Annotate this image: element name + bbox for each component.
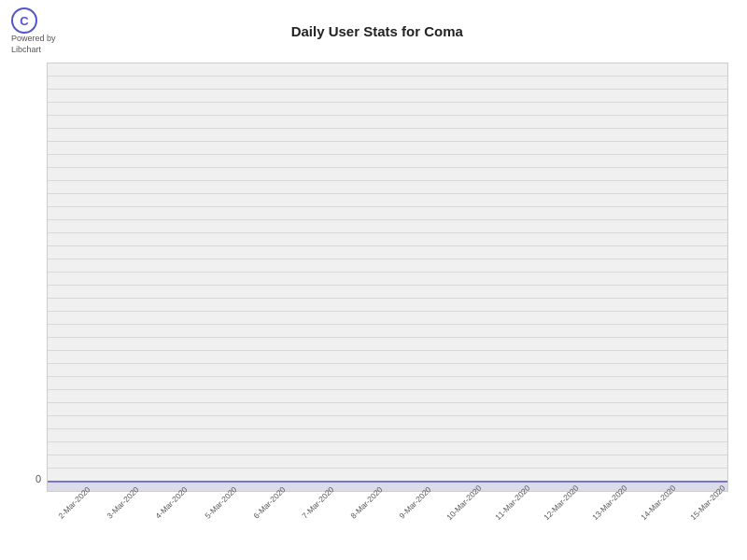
x-tick-2: 3-Mar-2020: [95, 497, 144, 509]
x-tick-13: 14-Mar-2020: [631, 497, 680, 509]
svg-rect-6: [48, 63, 727, 491]
x-tick-3: 4-Mar-2020: [144, 497, 192, 509]
x-tick-5: 6-Mar-2020: [242, 497, 290, 509]
svg-text:C: C: [20, 14, 29, 28]
x-axis-labels: 2-Mar-2020 3-Mar-2020 4-Mar-2020 5-Mar-2…: [47, 492, 728, 548]
y-label-zero: 0: [35, 473, 41, 484]
grid-svg: [48, 63, 727, 491]
chart-plot-area: [47, 63, 728, 492]
x-tick-8: 9-Mar-2020: [388, 497, 436, 509]
x-tick-14: 15-Mar-2020: [680, 497, 728, 509]
libchart-logo-icon: C: [11, 7, 37, 34]
powered-by-label: Powered by Libchart: [11, 34, 56, 55]
x-tick-1: 2-Mar-2020: [47, 497, 95, 509]
x-tick-6: 7-Mar-2020: [290, 497, 339, 509]
x-tick-10: 11-Mar-2020: [485, 497, 533, 509]
x-tick-9: 10-Mar-2020: [436, 497, 485, 509]
chart-header: C Powered by Libchart Daily User Stats f…: [0, 0, 747, 63]
y-axis: 0: [9, 63, 47, 492]
x-tick-4: 5-Mar-2020: [192, 497, 241, 509]
chart-title: Daily User Stats for Coma: [56, 23, 736, 39]
chart-container: 0: [9, 63, 738, 520]
x-tick-7: 8-Mar-2020: [339, 497, 388, 509]
x-tick-11: 12-Mar-2020: [533, 497, 582, 509]
logo-area: C Powered by Libchart: [11, 7, 56, 55]
x-tick-12: 13-Mar-2020: [583, 497, 631, 509]
page-wrapper: C Powered by Libchart Daily User Stats f…: [0, 0, 747, 520]
